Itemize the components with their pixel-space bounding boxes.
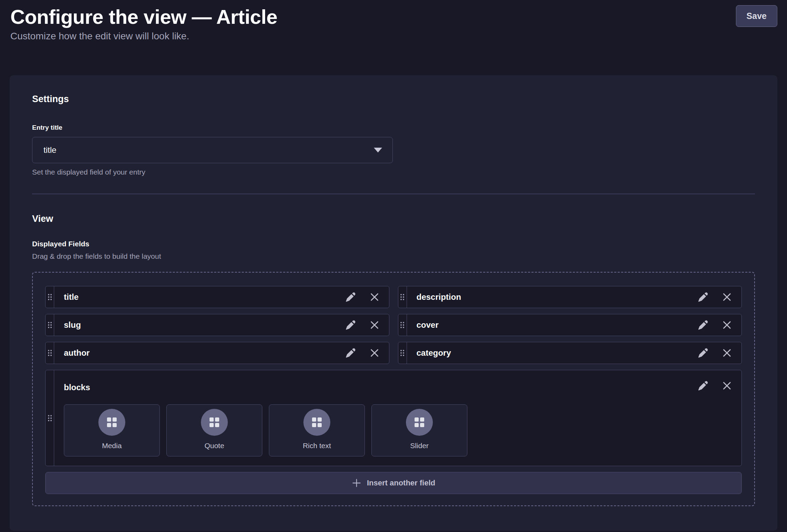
component-card: Quote bbox=[166, 404, 262, 456]
edit-field-button[interactable] bbox=[343, 346, 358, 360]
blocks-content: blocks bbox=[54, 370, 741, 466]
field-actions bbox=[696, 286, 741, 308]
save-button[interactable]: Save bbox=[736, 5, 777, 27]
field-name: slug bbox=[54, 314, 343, 336]
component-icon-badge bbox=[98, 409, 125, 436]
entry-title-select[interactable]: title bbox=[32, 137, 393, 163]
entry-title-hint: Set the displayed field of your entry bbox=[32, 168, 755, 176]
close-icon bbox=[721, 292, 732, 303]
component-card: Media bbox=[64, 404, 160, 456]
field-actions bbox=[343, 286, 389, 308]
component-icon-badge bbox=[303, 409, 330, 436]
close-icon bbox=[369, 292, 380, 303]
field-row: slug bbox=[45, 314, 389, 336]
drag-handle[interactable] bbox=[398, 314, 407, 336]
field-actions bbox=[696, 378, 734, 393]
configure-view-card: Settings Entry title title Set the displ… bbox=[10, 75, 777, 531]
edit-field-button[interactable] bbox=[696, 346, 710, 360]
edit-field-button[interactable] bbox=[696, 290, 710, 304]
field-row: description bbox=[398, 286, 742, 308]
component-label: Media bbox=[102, 442, 122, 450]
field-name: cover bbox=[407, 314, 696, 336]
field-actions bbox=[696, 314, 741, 336]
drag-handle-dots-icon bbox=[400, 349, 405, 357]
drag-handle-dots-icon bbox=[47, 321, 52, 329]
field-row: author bbox=[45, 342, 389, 364]
edit-field-button[interactable] bbox=[343, 318, 358, 332]
field-actions bbox=[343, 342, 389, 364]
grid-icon bbox=[209, 417, 220, 428]
field-name: category bbox=[407, 342, 696, 364]
drag-handle-dots-icon bbox=[400, 321, 405, 329]
grid-icon bbox=[106, 417, 117, 428]
field-name: author bbox=[54, 342, 343, 364]
drag-handle[interactable] bbox=[46, 286, 54, 308]
drag-handle[interactable] bbox=[46, 370, 54, 466]
drag-handle[interactable] bbox=[46, 342, 54, 364]
drag-handle[interactable] bbox=[46, 314, 54, 336]
drag-handle-dots-icon bbox=[47, 349, 52, 357]
field-row: category bbox=[398, 342, 742, 364]
components-row: Media bbox=[64, 404, 734, 456]
pencil-icon bbox=[345, 291, 357, 303]
field-name: blocks bbox=[64, 383, 734, 392]
pencil-icon bbox=[697, 347, 709, 359]
close-icon bbox=[721, 319, 732, 331]
pencil-icon bbox=[697, 319, 709, 331]
entry-title-select-value: title bbox=[43, 145, 56, 155]
entry-title-label: Entry title bbox=[32, 124, 755, 131]
remove-field-button[interactable] bbox=[720, 290, 734, 304]
chevron-down-icon bbox=[374, 148, 382, 152]
close-icon bbox=[721, 347, 732, 358]
page-subtitle: Customize how the edit view will look li… bbox=[10, 31, 777, 42]
view-heading: View bbox=[32, 214, 755, 224]
drag-handle[interactable] bbox=[398, 286, 407, 308]
field-row: title bbox=[45, 286, 389, 308]
component-label: Rich text bbox=[303, 442, 331, 450]
blocks-grid: blocks bbox=[45, 370, 742, 466]
pencil-icon bbox=[697, 291, 709, 303]
field-name: title bbox=[54, 286, 343, 308]
field-actions bbox=[343, 314, 389, 336]
remove-field-button[interactable] bbox=[368, 346, 381, 360]
edit-field-button[interactable] bbox=[696, 378, 710, 393]
component-label: Slider bbox=[410, 442, 429, 450]
remove-field-button[interactable] bbox=[368, 318, 381, 332]
edit-field-button[interactable] bbox=[343, 290, 358, 304]
edit-field-button[interactable] bbox=[696, 318, 710, 332]
close-icon bbox=[721, 380, 732, 391]
pencil-icon bbox=[697, 380, 709, 392]
page-header: Configure the view — Article Customize h… bbox=[0, 0, 787, 66]
insert-another-field-label: Insert another field bbox=[367, 479, 435, 487]
grid-icon bbox=[414, 417, 425, 428]
fields-dropzone: title bbox=[32, 272, 755, 506]
drag-handle-dots-icon bbox=[400, 293, 405, 301]
pencil-icon bbox=[345, 347, 357, 359]
pencil-icon bbox=[345, 319, 357, 331]
component-label: Quote bbox=[204, 442, 224, 450]
fields-grid: title bbox=[45, 286, 742, 364]
remove-field-button[interactable] bbox=[720, 379, 734, 393]
settings-heading: Settings bbox=[32, 94, 755, 105]
remove-field-button[interactable] bbox=[368, 290, 381, 304]
displayed-fields-hint: Drag & drop the fields to build the layo… bbox=[32, 252, 755, 260]
field-actions bbox=[696, 342, 741, 364]
component-icon-badge bbox=[201, 409, 228, 436]
displayed-fields-label: Displayed Fields bbox=[32, 240, 755, 248]
section-divider bbox=[32, 194, 755, 194]
field-row: cover bbox=[398, 314, 742, 336]
component-card: Slider bbox=[371, 404, 467, 456]
drag-handle-dots-icon bbox=[47, 293, 52, 301]
insert-another-field-button[interactable]: Insert another field bbox=[45, 472, 742, 494]
plus-icon bbox=[352, 478, 361, 488]
component-icon-badge bbox=[406, 409, 433, 436]
drag-handle[interactable] bbox=[398, 342, 407, 364]
close-icon bbox=[369, 347, 380, 358]
drag-handle-dots-icon bbox=[47, 414, 52, 422]
remove-field-button[interactable] bbox=[720, 346, 734, 360]
page-title: Configure the view — Article bbox=[10, 5, 777, 29]
remove-field-button[interactable] bbox=[720, 318, 734, 332]
field-name: description bbox=[407, 286, 696, 308]
blocks-field-row: blocks bbox=[45, 370, 742, 466]
grid-icon bbox=[311, 417, 322, 428]
